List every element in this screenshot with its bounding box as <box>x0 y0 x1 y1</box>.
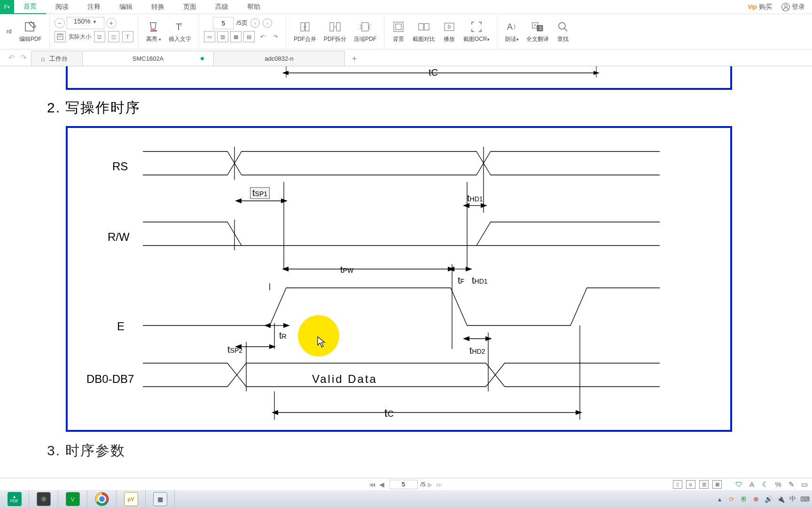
task-chrome[interactable] <box>87 490 117 508</box>
actual-size-label[interactable]: 实际大小 <box>69 33 91 41</box>
menu-help[interactable]: 帮助 <box>238 0 270 14</box>
translate-button[interactable]: A文 全文翻译 <box>523 14 553 49</box>
menu-edit[interactable]: 编辑 <box>110 0 142 14</box>
find-button[interactable]: 查找 <box>553 14 573 49</box>
svg-rect-2 <box>150 30 157 32</box>
tab-bar: ↶ ↷ ⌂ 工作台 SMC1602A adc0832-n + <box>0 49 812 66</box>
tab-doc-1[interactable]: SMC1602A <box>82 51 214 66</box>
drag-icon[interactable]: ▭ <box>800 480 809 489</box>
fit-page-icon[interactable] <box>55 31 66 42</box>
tray-close-icon[interactable]: ⊗ <box>752 495 760 503</box>
view-two-icon[interactable]: ▥ <box>699 480 709 489</box>
taskbar: ▲PDF ⚛ V μV ▦ ▴ ⟳ ⛨ ⊗ 🔊 🔌 中 ⌨ <box>0 490 812 508</box>
zoom-out-button[interactable]: − <box>55 18 65 28</box>
screenshot-compare-button[interactable]: 截图对比 <box>409 14 439 49</box>
tray-up-icon[interactable]: ▴ <box>715 495 724 503</box>
read-aloud-button[interactable]: A 朗读▾ <box>501 14 523 49</box>
layout-4-icon[interactable]: ▤ <box>243 31 255 42</box>
tray-sync-icon[interactable]: ⟳ <box>727 495 736 503</box>
tab-home-label: 工作台 <box>49 55 68 63</box>
zoom-in-button[interactable]: + <box>106 18 117 28</box>
task-pdf[interactable]: ▲PDF <box>0 490 29 508</box>
font-a-icon[interactable]: A <box>747 480 757 489</box>
view-grid-icon[interactable]: ▦ <box>712 480 722 489</box>
login-button[interactable]: 登录 <box>781 3 805 11</box>
next-section-number: 3. <box>47 443 61 458</box>
left-truncated: rd <box>7 14 16 49</box>
edit-pdf-label: 编辑PDF <box>19 35 42 43</box>
layout-1-icon[interactable]: ▭ <box>204 31 215 42</box>
tray-volume-icon[interactable]: 🔊 <box>764 495 773 503</box>
zoom-input[interactable]: 150% ▼ <box>67 17 104 29</box>
menu-convert[interactable]: 转换 <box>142 0 174 14</box>
section-number: 2. <box>47 100 61 115</box>
menu-home[interactable]: 首页 <box>14 0 46 14</box>
menu-read[interactable]: 阅读 <box>46 0 78 14</box>
pdf-compress-button[interactable]: 压缩PDF <box>350 14 380 49</box>
redo-button[interactable]: ↷ <box>20 53 26 62</box>
app-icon[interactable]: F▾ <box>0 0 14 14</box>
layout-3-icon[interactable]: ▦ <box>230 31 242 42</box>
app-icon-label: F <box>4 4 8 10</box>
protect-icon[interactable]: 🛡 <box>734 480 743 489</box>
undo-button[interactable]: ↶ <box>8 53 15 62</box>
view-cont-icon[interactable]: ⫼ <box>686 480 695 489</box>
text-icon: TI <box>173 20 187 33</box>
undo-icon[interactable]: ↶ <box>257 31 268 42</box>
svg-rect-12 <box>419 24 423 30</box>
edit-icon <box>24 20 37 33</box>
truncated-label: rd <box>7 28 12 35</box>
pdf-merge-button[interactable]: PDF合并 <box>290 14 320 49</box>
svg-rect-11 <box>396 24 401 30</box>
tab-doc-2[interactable]: adc0832-n <box>213 51 345 66</box>
prev-page-button[interactable]: ◀ <box>377 481 387 488</box>
redo-icon[interactable]: ↷ <box>270 31 281 42</box>
layout-2-icon[interactable]: ▥ <box>217 31 228 42</box>
svg-text:A: A <box>507 22 513 32</box>
view-mode-1-icon[interactable]: ⊡ <box>94 31 105 42</box>
view-single-icon[interactable]: ▯ <box>673 480 682 489</box>
highlight-button[interactable]: 高亮 ▾ <box>142 14 165 49</box>
page-prev-button[interactable]: ‹ <box>250 18 260 28</box>
status-page-input[interactable] <box>390 480 418 489</box>
pct-icon[interactable]: % <box>773 480 783 489</box>
task-atom[interactable]: ⚛ <box>29 490 58 508</box>
task-labview[interactable]: μV <box>117 490 146 508</box>
read-icon: A <box>505 20 518 33</box>
page-next-button[interactable]: › <box>263 18 272 28</box>
document-viewport[interactable]: ttCC 2. 写操作时序 RS R/W E DB0-DB7 tSP1 tHD1… <box>0 66 812 480</box>
new-tab-button[interactable]: + <box>347 52 361 66</box>
background-button[interactable]: 背景 <box>388 14 409 49</box>
pdf-icon: ▲PDF <box>8 492 22 506</box>
next-page-button[interactable]: ▶ <box>425 481 435 488</box>
ocr-button[interactable]: 截图OCR▾ <box>460 14 493 49</box>
play-button[interactable]: 播放 <box>439 14 460 49</box>
tray-power-icon[interactable]: 🔌 <box>776 495 785 503</box>
svg-text:A: A <box>534 23 537 28</box>
next-section-heading: 3. 时序参数 <box>47 441 798 460</box>
tray-shield-icon[interactable]: ⛨ <box>740 495 748 503</box>
task-vim[interactable]: V <box>58 490 87 508</box>
task-calc[interactable]: ▦ <box>146 490 175 508</box>
buy-link[interactable]: 购买 <box>759 3 772 11</box>
page-input[interactable] <box>213 17 234 29</box>
tray-ime-icon[interactable]: 中 <box>789 495 797 503</box>
first-page-button[interactable]: ⏮ <box>368 481 377 488</box>
svg-rect-13 <box>424 24 429 30</box>
search-icon <box>556 20 570 33</box>
prev-diagram-partial: ttCC <box>66 66 732 90</box>
view-mode-3-icon[interactable]: T <box>122 31 133 42</box>
pdf-split-button[interactable]: PDF拆分 <box>320 14 350 49</box>
insert-text-button[interactable]: TI 插入文字 <box>165 14 195 49</box>
hand-icon[interactable]: ✎ <box>787 480 796 489</box>
menu-annotate[interactable]: 注释 <box>78 0 110 14</box>
page-total-label: /5页 <box>236 19 248 27</box>
view-mode-2-icon[interactable]: ◫ <box>108 31 119 42</box>
moon-icon[interactable]: ☾ <box>760 480 770 489</box>
menu-advanced[interactable]: 高级 <box>206 0 238 14</box>
menu-page[interactable]: 页面 <box>174 0 206 14</box>
tab-home[interactable]: ⌂ 工作台 <box>31 51 83 66</box>
tray-keyboard-icon[interactable]: ⌨ <box>801 495 809 503</box>
last-page-button[interactable]: ⏭ <box>435 481 444 488</box>
edit-pdf-button[interactable]: 编辑PDF <box>16 14 46 49</box>
